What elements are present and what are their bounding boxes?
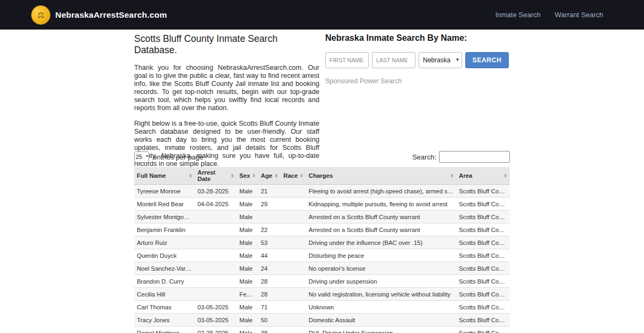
brand-title: NebraskaArrestSearch.com — [55, 10, 167, 20]
state-select-wrap: Nebraska — [419, 52, 462, 68]
cell-name: Sylvester Montgomery — [134, 211, 195, 223]
cell-area: Scotts Bluff County — [456, 301, 510, 314]
table-search-input[interactable] — [439, 151, 510, 163]
sponsored-text: Sponsored Power Search — [325, 77, 511, 85]
cell-name: Benjamin Franklin — [134, 223, 195, 236]
sort-icon[interactable]: ▲▼ — [189, 173, 192, 178]
column-header-arrest-date[interactable]: Arrest Date▲▼ — [195, 167, 237, 185]
page: ⚖ NebraskaArrestSearch.com Inmate Search… — [0, 0, 644, 333]
sort-icon[interactable]: ▲▼ — [504, 173, 507, 178]
cell-age: 28 — [258, 275, 281, 288]
table-header-row: Full Name▲▼Arrest Date▲▼Sex▲▼Age▲▼Race▲▼… — [134, 167, 510, 185]
cell-sex: Male — [237, 223, 258, 236]
cell-sex: Male — [237, 198, 258, 211]
cell-name: Arturo Ruiz — [134, 236, 195, 249]
first-name-input[interactable] — [325, 52, 369, 68]
cell-age: 29 — [258, 198, 281, 211]
entries-select-wrap: 25 — [134, 151, 149, 163]
entries-per-page-select[interactable]: 25 — [134, 151, 149, 163]
table-row: Noel Sanchez-VargasMale24No operator's l… — [134, 262, 510, 275]
cell-area: Scotts Bluff County — [456, 262, 510, 275]
cell-charges: Driving under the influence (BAC over .1… — [306, 236, 456, 249]
cell-date — [195, 223, 237, 236]
site-logo[interactable]: ⚖ NebraskaArrestSearch.com — [31, 5, 167, 25]
cell-date: 03-28-2025 — [195, 185, 237, 198]
cell-area: Scotts Bluff County — [456, 288, 510, 301]
cell-race — [281, 288, 306, 301]
cell-date: 03-05-2025 — [195, 314, 237, 327]
table-search-label: Search: — [412, 153, 436, 161]
search-button[interactable]: SEARCH — [465, 52, 509, 68]
cell-name: Brandon D. Curry — [134, 275, 195, 288]
cell-race — [281, 223, 306, 236]
cell-age: 44 — [258, 249, 281, 262]
cell-date — [195, 236, 237, 249]
cell-charges: Arrested on a Scotts Bluff County warran… — [306, 211, 456, 223]
table-controls: 25 entries per page Search: — [134, 150, 510, 164]
cell-race — [281, 327, 306, 333]
cell-race — [281, 211, 306, 223]
table-row: Daniel Martinez02-28-2025Male38DUI, Driv… — [134, 327, 510, 333]
column-header-race[interactable]: Race▲▼ — [281, 167, 306, 185]
cell-sex: Male — [237, 236, 258, 249]
table-row: Benjamin FranklinMale22Arrested on a Sco… — [134, 223, 510, 236]
cell-race — [281, 301, 306, 314]
cell-sex: Male — [237, 301, 258, 314]
name-search-form: Nebraska SEARCH — [325, 52, 511, 68]
cell-area: Scotts Bluff County — [456, 275, 510, 288]
cell-sex: Male — [237, 275, 258, 288]
state-select[interactable]: Nebraska — [419, 52, 462, 68]
cell-charges: Fleeing to avoid arrest (high-speed chas… — [306, 185, 456, 198]
last-name-input[interactable] — [372, 52, 415, 68]
table-row: Arturo RuizMale53Driving under the influ… — [134, 236, 510, 249]
column-header-charges[interactable]: Charges▲▼ — [306, 167, 456, 185]
cell-sex: Male — [237, 185, 258, 198]
cell-charges: No operator's license — [306, 262, 456, 275]
sort-icon[interactable]: ▲▼ — [252, 173, 255, 178]
cell-race — [281, 185, 306, 198]
column-header-age[interactable]: Age▲▼ — [258, 167, 281, 185]
table-row: Montell Red Bear04-04-2025Male29Kidnappi… — [134, 198, 510, 211]
table-row: Quentin DuyckMale44Disturbing the peaceS… — [134, 249, 510, 262]
cell-age: 71 — [258, 301, 281, 314]
sort-icon[interactable]: ▲▼ — [450, 173, 453, 178]
cell-charges: Kidnapping, multiple pursuits, fleeing t… — [306, 198, 456, 211]
cell-charges: Disturbing the peace — [306, 249, 456, 262]
cell-sex: Male — [237, 249, 258, 262]
column-header-sex[interactable]: Sex▲▼ — [237, 167, 258, 185]
cell-name: Tracy Jones — [134, 314, 195, 327]
cell-age: 38 — [258, 327, 281, 333]
column-label: Age — [261, 172, 272, 179]
cell-race — [281, 236, 306, 249]
top-bar: ⚖ NebraskaArrestSearch.com Inmate Search… — [0, 0, 644, 30]
column-header-full-name[interactable]: Full Name▲▼ — [134, 167, 195, 185]
cell-name: Cecilia Hill — [134, 288, 195, 301]
cell-race — [281, 249, 306, 262]
table-row: Brandon D. CurryMale28Driving under susp… — [134, 275, 510, 288]
name-search-panel: Nebraska Inmate Search By Name: Nebraska… — [325, 33, 511, 85]
cell-sex: Male — [237, 314, 258, 327]
cell-area: Scotts Bluff County — [456, 198, 510, 211]
cell-race — [281, 198, 306, 211]
column-header-area[interactable]: Area▲▼ — [456, 167, 510, 185]
cell-charges: Unknown — [306, 301, 456, 314]
cell-name: Daniel Martinez — [134, 327, 195, 333]
sort-icon[interactable]: ▲▼ — [231, 173, 234, 178]
cell-date — [195, 288, 237, 301]
cell-age: 50 — [258, 314, 281, 327]
sort-icon[interactable]: ▲▼ — [275, 173, 278, 178]
cell-charges: Driving under suspension — [306, 275, 456, 288]
cell-sex: Male — [237, 211, 258, 223]
table-row: Tyreese Monroe03-28-2025Male21Fleeing to… — [134, 185, 510, 198]
intro-paragraph: Thank you for choosing NebraskaArrestSea… — [134, 64, 319, 112]
cell-name: Tyreese Monroe — [134, 185, 195, 198]
cell-age: 53 — [258, 236, 281, 249]
nav-link-warrant-search[interactable]: Warrant Search — [554, 11, 603, 19]
cell-area: Scotts Bluff County — [456, 314, 510, 327]
cell-date: 02-28-2025 — [195, 327, 237, 333]
cell-race — [281, 275, 306, 288]
sort-icon[interactable]: ▲▼ — [300, 173, 303, 178]
cell-name: Carl Thomas — [134, 301, 195, 314]
nav-link-inmate-search[interactable]: Inmate Search — [495, 11, 541, 19]
column-label: Race — [283, 172, 298, 179]
